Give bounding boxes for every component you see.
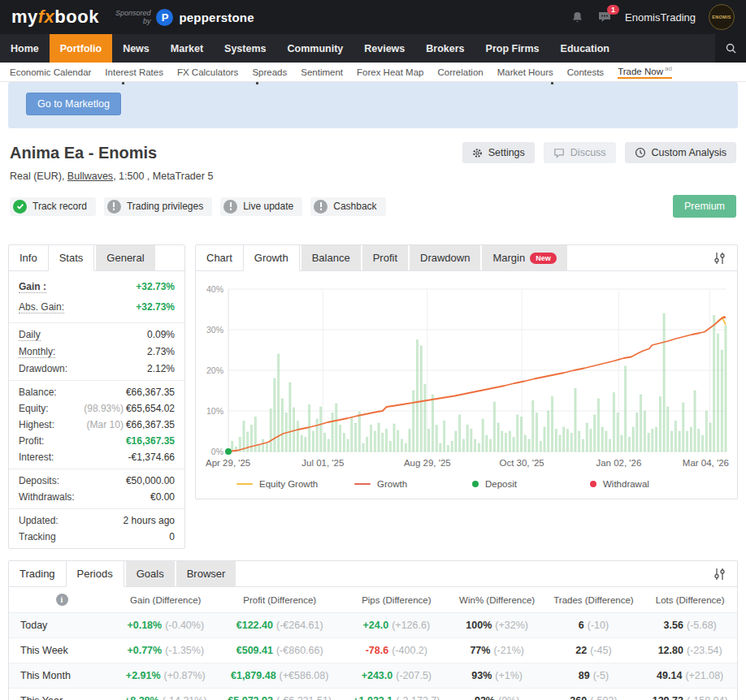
badge-track-record[interactable]: Track record bbox=[10, 197, 96, 216]
periods-tab-goals[interactable]: Goals bbox=[126, 561, 175, 586]
cell-profit: €122.40(-€264.61) bbox=[217, 613, 343, 638]
info-icon[interactable]: i bbox=[56, 594, 68, 606]
stat-label[interactable]: Highest: bbox=[19, 419, 54, 430]
subnav-item-market-hours[interactable]: Market Hours bbox=[497, 67, 553, 77]
sponsor-block[interactable]: Sponsoredby P pepperstone bbox=[115, 9, 254, 26]
nav-item-reviews[interactable]: Reviews bbox=[353, 34, 415, 63]
periods-tab-periods[interactable]: Periods bbox=[66, 561, 124, 587]
stats-section: Balance:€66,367.35Equity:(98.93%)€65,654… bbox=[9, 380, 184, 469]
nav-item-systems[interactable]: Systems bbox=[214, 34, 276, 63]
subnav-item-forex-heat-map[interactable]: Forex Heat Map bbox=[357, 67, 423, 77]
cell-profit: €509.41(-€860.66) bbox=[217, 638, 343, 663]
settings-button[interactable]: Settings bbox=[462, 142, 535, 163]
stat-label[interactable]: Interest: bbox=[19, 452, 54, 463]
cell-difference-value: (0%) bbox=[498, 695, 519, 700]
legend-swatch-equity-growth bbox=[236, 483, 253, 485]
messages-icon[interactable]: 1 bbox=[597, 11, 612, 24]
username[interactable]: EnomisTrading bbox=[625, 11, 696, 24]
cell-difference-value: (+1%) bbox=[495, 670, 523, 681]
stat-label[interactable]: Tracking bbox=[19, 531, 56, 542]
stat-label[interactable]: Updated: bbox=[19, 515, 59, 526]
growth-chart[interactable]: 0%10%20%30%40%Apr 29, '25Jul 01, '25Aug … bbox=[196, 271, 737, 474]
periods-tab-browser[interactable]: Browser bbox=[176, 561, 236, 586]
subnav-item-trade-now[interactable]: Trade Nowad bbox=[618, 65, 672, 80]
stat-label[interactable]: Profit: bbox=[19, 435, 44, 447]
nav-item-market[interactable]: Market bbox=[160, 34, 214, 63]
cell-main-value: +8.28% bbox=[124, 695, 159, 700]
nav-item-portfolio[interactable]: Portfolio bbox=[50, 34, 112, 63]
cell-difference-value: (-14.31%) bbox=[163, 695, 207, 700]
cell-difference-value: (-5) bbox=[593, 670, 609, 681]
cell-win: 93%(+1%) bbox=[450, 663, 544, 689]
stat-label[interactable]: Monthly: bbox=[19, 346, 55, 358]
nav-item-community[interactable]: Community bbox=[277, 34, 354, 63]
custom-analysis-button[interactable]: Custom Analysis bbox=[625, 142, 736, 163]
chart-tab-drawdown[interactable]: Drawdown bbox=[410, 245, 480, 270]
cell-main-value: 93% bbox=[471, 670, 492, 681]
stat-value-main: -€1,374.66 bbox=[128, 452, 175, 463]
badge-trading-privileges[interactable]: Trading privileges bbox=[104, 197, 212, 216]
cell-profit: €5,072.92(-€6,221.51) bbox=[217, 689, 343, 700]
cell-lots: 3.56(-5.68) bbox=[643, 613, 737, 638]
chart-panel: ChartGrowthBalanceProfitDrawdownMarginNe… bbox=[195, 244, 738, 499]
stat-label[interactable]: Equity: bbox=[19, 403, 49, 414]
subnav-item-spreads[interactable]: Spreads bbox=[252, 67, 287, 77]
myfxbook-logo[interactable]: myfxbook bbox=[11, 6, 99, 28]
cell-trades: 260(-503) bbox=[544, 689, 644, 700]
clock-icon bbox=[635, 147, 646, 158]
subnav-item-contests[interactable]: Contests bbox=[567, 67, 604, 77]
stat-row-updated: Updated:2 hours ago bbox=[9, 512, 184, 529]
stat-label[interactable]: Balance: bbox=[19, 387, 57, 398]
notifications-bell-icon[interactable] bbox=[570, 11, 584, 24]
settings-button-label: Settings bbox=[488, 147, 525, 158]
nav-item-brokers[interactable]: Brokers bbox=[415, 34, 475, 63]
avatar[interactable]: ENOMIS bbox=[709, 4, 735, 30]
stats-tab-info[interactable]: Info bbox=[9, 245, 48, 270]
subnav-item-interest-rates[interactable]: Interest Rates bbox=[105, 67, 163, 77]
stat-value-main: +32.73% bbox=[136, 301, 175, 313]
stat-label[interactable]: Daily bbox=[19, 329, 41, 341]
badge-cashback[interactable]: Cashback bbox=[310, 197, 385, 216]
stats-section: Gain :+32.73%Abs. Gain:+32.73% bbox=[9, 271, 184, 322]
stat-label[interactable]: Deposits: bbox=[19, 475, 59, 486]
verification-badges: Track recordTrading privilegesLive updat… bbox=[10, 195, 736, 218]
search-icon[interactable] bbox=[715, 34, 746, 63]
nav-item-education[interactable]: Education bbox=[550, 34, 620, 63]
subtitle-platform: , 1:500 , MetaTrader 5 bbox=[113, 171, 213, 182]
subnav-item-correlation[interactable]: Correlation bbox=[437, 67, 483, 77]
cell-win: 92%(0%) bbox=[450, 689, 544, 700]
nav-item-news[interactable]: News bbox=[112, 34, 160, 63]
broker-link[interactable]: Bullwaves bbox=[67, 171, 113, 182]
subnav-item-sentiment[interactable]: Sentiment bbox=[301, 67, 343, 77]
table-row-this-month: This Month+2.91%(+0.87%)€1,879.48(+€586.… bbox=[9, 663, 737, 689]
chart-settings-icon[interactable] bbox=[713, 245, 737, 270]
periods-settings-icon[interactable] bbox=[713, 561, 737, 586]
chart-tab-margin[interactable]: MarginNew bbox=[482, 245, 566, 270]
stat-value-main: €65,654.02 bbox=[126, 403, 175, 414]
stat-label[interactable]: Gain : bbox=[19, 281, 46, 293]
chart-tab-growth[interactable]: Growth bbox=[243, 245, 300, 271]
cell-main-value: 260 bbox=[570, 695, 587, 700]
stat-label[interactable]: Drawdown: bbox=[19, 363, 67, 374]
subnav-item-fx-calculators[interactable]: FX Calculators bbox=[177, 67, 238, 77]
subnav-item-economic-calendar[interactable]: Economic Calendar bbox=[10, 67, 91, 77]
discuss-button[interactable]: Discuss bbox=[544, 142, 616, 163]
chart-tab-chart[interactable]: Chart bbox=[196, 245, 243, 270]
exclamation-icon bbox=[223, 200, 237, 214]
chart-tab-balance[interactable]: Balance bbox=[301, 245, 361, 270]
custom-analysis-button-label: Custom Analysis bbox=[652, 147, 726, 158]
go-to-marketlog-button[interactable]: Go to Marketlog bbox=[26, 93, 121, 115]
cell-main-value: +0.18% bbox=[127, 620, 162, 631]
premium-button[interactable]: Premium bbox=[673, 195, 736, 218]
stats-tab-general[interactable]: General bbox=[96, 245, 154, 270]
stat-label[interactable]: Abs. Gain: bbox=[19, 301, 64, 313]
stat-label[interactable]: Withdrawals: bbox=[19, 491, 75, 503]
badge-live-update[interactable]: Live update bbox=[220, 197, 302, 216]
stats-tab-stats[interactable]: Stats bbox=[48, 245, 95, 271]
nav-item-home[interactable]: Home bbox=[0, 34, 50, 63]
chart-tab-profit[interactable]: Profit bbox=[362, 245, 408, 270]
periods-tab-trading[interactable]: Trading bbox=[9, 561, 66, 586]
stats-settings-icon[interactable] bbox=[175, 245, 184, 270]
stat-value-main: 2.73% bbox=[147, 346, 175, 357]
nav-item-prop-firms[interactable]: Prop Firms bbox=[475, 34, 550, 63]
